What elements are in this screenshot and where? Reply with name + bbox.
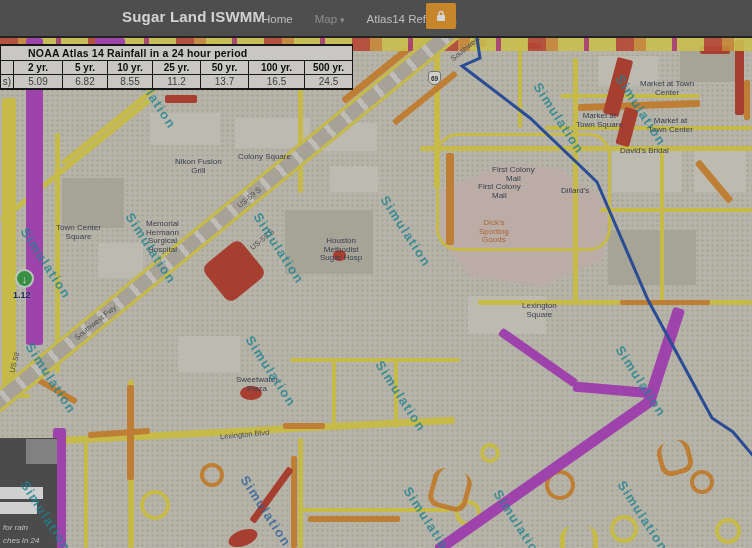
map-label-first-colony-mall: First Colony Mall [492, 166, 535, 183]
table-values-row: s) 5.09 6.82 8.55 11.2 13.7 16.5 24.5 [1, 75, 353, 90]
map-label-town-center-square: Town Center Square [56, 224, 101, 241]
nav-item-map-label: Map [315, 13, 337, 25]
column-header: 50 yr. [201, 61, 249, 75]
column-header: 500 yr. [305, 61, 353, 75]
panel-header-box [26, 439, 57, 464]
chevron-down-icon: ▾ [340, 15, 345, 25]
table-row-label-stub [1, 61, 14, 75]
table-value: 11.2 [153, 75, 201, 90]
column-header: 100 yr. [249, 61, 305, 75]
column-header: 25 yr. [153, 61, 201, 75]
arrow-down-icon: ↓ [22, 273, 28, 285]
map-label-market-at-town-square: Market at Town Square [576, 112, 623, 129]
rain-gauge-value: 1.12 [13, 290, 31, 300]
app-header: Sugar Land ISWMM Home Map▾ Atlas14 Ref. … [0, 0, 752, 38]
lock-button[interactable] [426, 3, 456, 29]
table-value: 24.5 [305, 75, 353, 90]
column-header: 10 yr. [108, 61, 153, 75]
nav-item-map[interactable]: Map▾ [315, 13, 345, 25]
column-header: 2 yr. [14, 61, 63, 75]
table-header-row: 2 yr. 5 yr. 10 yr. 25 yr. 50 yr. 100 yr.… [1, 61, 353, 75]
map-label-lexington-square: Lexington Square [522, 302, 557, 319]
rainfall-table: NOAA Atlas 14 Rainfall in a 24 hour peri… [0, 44, 353, 90]
map-label-first-colony-mall: First Colony Mall [478, 183, 521, 200]
column-header: 5 yr. [63, 61, 108, 75]
map-label-dicks-sporting-goods: Dick's Sporting Goods [479, 219, 509, 245]
map-label-davids-bridal: David's Bridal [620, 147, 669, 156]
map-label-dillards: Dillard's [561, 187, 589, 196]
highway-shield-69: 69 [428, 71, 441, 85]
map-canvas[interactable]: Simulation Simulation Simulation Simulat… [0, 38, 752, 548]
map-label-colony-square: Colony Square [238, 153, 291, 162]
rain-gauge-marker[interactable]: ↓ [15, 269, 34, 288]
table-value: 16.5 [249, 75, 305, 90]
table-value: 8.55 [108, 75, 153, 90]
map-label-houston-methodist: Houston Methodist Sugar Hosp [320, 237, 362, 263]
map-label-nikon-fusion-grill: Nikon Fusion Grill [175, 158, 222, 175]
panel-text-line: ches in 24 [3, 536, 39, 545]
app-title: Sugar Land ISWMM [122, 8, 265, 25]
table-title: NOAA Atlas 14 Rainfall in a 24 hour peri… [1, 45, 353, 61]
table-value: 13.7 [201, 75, 249, 90]
lock-icon [435, 10, 447, 22]
panel-text-line: for rain [3, 523, 28, 532]
table-value: 6.82 [63, 75, 108, 90]
table-row-label-truncated: s) [1, 75, 14, 90]
nav-item-home[interactable]: Home [262, 13, 293, 25]
map-label-market-at-town-center: Market at Town Center [640, 80, 694, 97]
table-title-row: NOAA Atlas 14 Rainfall in a 24 hour peri… [1, 45, 353, 61]
table-value: 5.09 [14, 75, 63, 90]
app-window: Simulation Simulation Simulation Simulat… [0, 0, 752, 548]
